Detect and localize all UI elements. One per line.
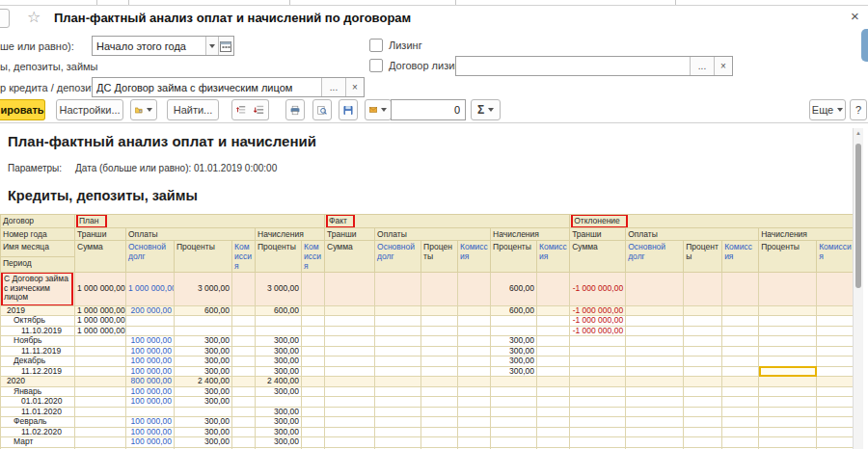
cell[interactable] (232, 305, 256, 316)
cell[interactable]: 100 000,00 (126, 427, 175, 437)
cell[interactable] (817, 273, 854, 306)
cell[interactable] (375, 357, 421, 367)
cell[interactable] (126, 326, 175, 336)
cell[interactable] (175, 407, 232, 417)
cell[interactable] (759, 417, 817, 428)
cell[interactable] (570, 366, 626, 377)
date-filter-input[interactable] (93, 37, 205, 55)
cell[interactable] (232, 397, 256, 408)
cell[interactable] (817, 397, 854, 408)
cell[interactable] (570, 407, 626, 417)
cell[interactable] (722, 326, 759, 336)
cell[interactable] (126, 407, 175, 417)
row-label[interactable]: Ноябрь (1, 336, 75, 347)
cell[interactable] (302, 336, 325, 347)
cell[interactable] (458, 366, 491, 377)
save-button[interactable] (339, 99, 358, 120)
cell[interactable] (759, 437, 817, 448)
clear-button[interactable]: × (714, 57, 732, 75)
cell[interactable] (722, 346, 759, 357)
cell[interactable] (626, 437, 684, 448)
cell[interactable] (570, 336, 626, 347)
cell[interactable] (570, 427, 626, 437)
report-variants-button[interactable] (130, 99, 157, 120)
cell[interactable] (232, 417, 256, 428)
choose-button[interactable]: ... (690, 57, 714, 75)
cell[interactable] (722, 316, 759, 327)
cell[interactable] (232, 407, 256, 417)
cell[interactable] (684, 417, 722, 428)
cell[interactable] (817, 326, 854, 336)
partial-toolbar-button[interactable] (0, 9, 10, 28)
cell[interactable] (325, 326, 375, 336)
cell[interactable] (458, 437, 491, 448)
cell[interactable] (302, 366, 325, 377)
print-button[interactable] (285, 99, 305, 120)
cell[interactable]: 300,00 (256, 366, 302, 377)
cell[interactable] (302, 273, 325, 306)
cell[interactable]: 300,00 (491, 346, 537, 357)
cell[interactable] (421, 316, 458, 327)
cell[interactable]: 300,00 (256, 357, 302, 367)
cell[interactable] (325, 397, 375, 408)
cell[interactable] (75, 427, 126, 437)
cell[interactable] (458, 427, 491, 437)
cell[interactable] (458, 357, 491, 367)
cell[interactable] (75, 357, 126, 367)
cell[interactable]: 100 000,00 (126, 386, 175, 397)
favorite-star-icon[interactable]: ☆ (27, 8, 41, 26)
send-email-button[interactable] (365, 99, 392, 120)
cell[interactable] (626, 326, 684, 336)
row-label[interactable]: Декабрь (1, 357, 75, 367)
cell[interactable] (421, 427, 458, 437)
cell[interactable] (537, 377, 570, 387)
settings-button[interactable]: Настройки... (56, 99, 123, 120)
cell[interactable]: -1 000 000,00 (570, 326, 626, 336)
cell[interactable] (375, 407, 421, 417)
cell[interactable] (817, 377, 854, 387)
cell[interactable]: 300,00 (175, 437, 232, 448)
cell[interactable] (232, 377, 256, 387)
cell[interactable] (232, 336, 256, 347)
cell[interactable] (302, 346, 325, 357)
cell[interactable] (75, 336, 126, 347)
cell[interactable] (458, 273, 491, 306)
cell[interactable]: 1 000 000,00 (75, 273, 126, 306)
cell[interactable] (759, 357, 817, 367)
cell[interactable] (75, 407, 126, 417)
row-label[interactable]: 11.12.2019 (1, 366, 75, 377)
cell[interactable] (491, 316, 537, 327)
cell[interactable] (537, 397, 570, 408)
cell[interactable] (375, 417, 421, 428)
cell[interactable] (175, 316, 232, 327)
cell[interactable]: 100 000,00 (126, 346, 175, 357)
cell[interactable] (570, 417, 626, 428)
cell[interactable] (722, 437, 759, 448)
cell[interactable] (684, 437, 722, 448)
cell[interactable]: 2 400,00 (175, 377, 232, 387)
cell[interactable] (458, 336, 491, 347)
cell[interactable] (232, 346, 256, 357)
cell[interactable]: 300,00 (175, 366, 232, 377)
cell[interactable]: 800 000,00 (126, 377, 175, 387)
cell[interactable] (759, 336, 817, 347)
cell[interactable] (537, 346, 570, 357)
cell[interactable] (375, 336, 421, 347)
cell[interactable] (722, 427, 759, 437)
cell[interactable] (537, 437, 570, 448)
cell[interactable] (421, 437, 458, 448)
cell[interactable] (491, 377, 537, 387)
row-label[interactable]: 01.01.2020 (1, 397, 75, 408)
cell[interactable] (722, 336, 759, 347)
cell[interactable]: 300,00 (175, 346, 232, 357)
cell[interactable] (256, 326, 302, 336)
cell[interactable] (684, 346, 722, 357)
cell[interactable] (759, 346, 817, 357)
cell[interactable] (232, 357, 256, 367)
chevron-down-icon[interactable] (205, 37, 218, 55)
cell[interactable] (375, 437, 421, 448)
cell[interactable] (684, 336, 722, 347)
cell[interactable]: 100 000,00 (126, 336, 175, 347)
cell[interactable] (232, 386, 256, 397)
cell[interactable] (325, 346, 375, 357)
